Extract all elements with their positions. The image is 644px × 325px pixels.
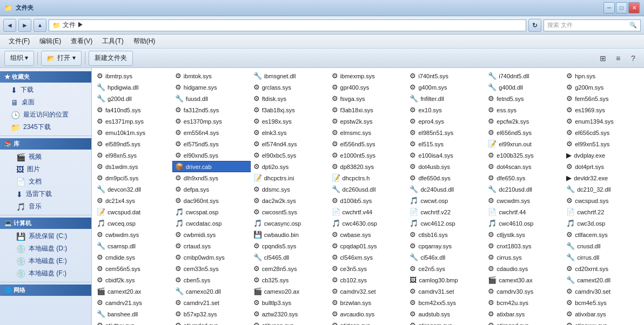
file-item[interactable]: 🎵cwceq.osp xyxy=(94,218,172,229)
file-item[interactable]: ⚙atiragem.sys xyxy=(407,320,485,325)
sidebar-item-f-drive[interactable]: 💿 本地磁盘 (F:) xyxy=(0,267,91,280)
file-item[interactable]: ⚙camdrv21.set xyxy=(172,297,251,308)
file-item[interactable]: ⚙cwbmidi.sys xyxy=(172,229,251,240)
file-item[interactable]: ⚙dac2w2k.sys xyxy=(251,195,329,206)
network-section[interactable]: 🌐 网络 xyxy=(0,285,91,296)
file-item[interactable]: 🎵cwcspat.osp xyxy=(172,206,251,218)
file-item[interactable]: ⚙el656cd5.sys xyxy=(564,127,642,138)
file-item[interactable]: ⚙audstub.sys xyxy=(407,308,485,320)
file-item[interactable]: ⚙d100ib5.sys xyxy=(329,195,407,206)
file-item[interactable]: ⚙ibmexmp.sys xyxy=(329,70,407,82)
file-item[interactable]: 🎵cwc4630.osp xyxy=(329,218,407,229)
file-item[interactable]: ⚙camdrv21.sys xyxy=(94,297,172,308)
file-item[interactable]: ⚙camdrv30.set xyxy=(564,286,642,297)
file-item[interactable]: 📝dhcpctrs.ini xyxy=(251,172,329,184)
file-item[interactable]: ⚙el574nd4.sys xyxy=(251,138,329,150)
file-item[interactable]: ⚙dot4prt.sys xyxy=(564,161,642,172)
file-item[interactable]: ⚙f3ab18xj.sys xyxy=(251,104,329,116)
open-button[interactable]: 📂 打开 ▾ xyxy=(41,51,81,66)
file-item[interactable]: 📄cwchrtf.22 xyxy=(564,206,642,218)
file-item[interactable]: ⚙dac960nt.sys xyxy=(172,195,251,206)
file-item[interactable]: 📄cwchrtf.v22 xyxy=(407,206,485,218)
file-item[interactable]: ⚙epro4.sys xyxy=(407,116,485,127)
file-item[interactable]: ⚙b57xp32.sys xyxy=(172,308,251,320)
file-item[interactable]: ⚙ce2n5.sys xyxy=(407,263,485,274)
sidebar-item-2345[interactable]: 📁 2345下载 xyxy=(0,121,91,133)
file-item[interactable]: ⚙ibmtrp.sys xyxy=(94,70,172,82)
file-item[interactable]: 🔧camext20.dll xyxy=(564,274,642,286)
file-item[interactable]: ⚙ibmtok.sys xyxy=(172,70,251,82)
file-item[interactable]: ⚙bulltlp3.sys xyxy=(251,297,329,308)
file-item[interactable]: ⚙crtaud.sys xyxy=(172,240,251,252)
file-item[interactable]: ⚙fa410nd5.sys xyxy=(94,104,172,116)
file-item[interactable]: ⚙el589nd5.sys xyxy=(94,138,172,150)
file-item[interactable]: ⚙gpr400.sys xyxy=(329,82,407,93)
file-item[interactable]: 🔧ibmsgnet.dll xyxy=(251,70,329,82)
file-item[interactable]: 📄cwchrtf.44 xyxy=(485,206,564,218)
sidebar-item-downloads[interactable]: ⬇ 下载 xyxy=(0,84,91,96)
menu-tools[interactable]: 工具(T) xyxy=(98,36,128,47)
file-item[interactable]: ⚙el99xn51.sys xyxy=(564,138,642,150)
file-item[interactable]: ⚙el515.sys xyxy=(407,138,485,150)
new-folder-button[interactable]: 新建文件夹 xyxy=(89,51,133,66)
file-item[interactable]: 🎵cwcdatac.osp xyxy=(172,218,251,229)
file-item[interactable]: ⚙cd20xrnt.sys xyxy=(564,263,642,274)
file-item[interactable]: ⚙camdrv32.set xyxy=(329,286,407,297)
file-item[interactable]: 🔧csamsp.dll xyxy=(94,240,172,252)
file-item[interactable]: ⚙ativmdcd.sys xyxy=(172,320,251,325)
sidebar-item-pictures[interactable]: 🖼 图片 xyxy=(0,163,91,175)
file-item[interactable]: ⚙camdrv30.sys xyxy=(485,286,564,297)
file-item[interactable]: ⚙dpti2o.sys xyxy=(251,161,329,172)
close-button[interactable]: ✕ xyxy=(628,2,640,13)
file-item[interactable]: ⚙ce3n5.sys xyxy=(329,263,407,274)
search-box[interactable]: 搜索 文件 🔍 xyxy=(544,19,641,31)
computer-section[interactable]: 💻 计算机 xyxy=(0,218,91,229)
sidebar-item-documents[interactable]: 📄 文档 xyxy=(0,175,91,188)
file-item[interactable]: 💾cwbaudio.bin xyxy=(251,229,329,240)
file-item[interactable]: 🔧cnusd.dll xyxy=(564,240,642,252)
file-item[interactable]: ⚙g200m.sys xyxy=(564,82,642,93)
file-item[interactable]: ⚙ex10.sys xyxy=(407,104,485,116)
file-item[interactable]: ⚙cnxt1803.sys xyxy=(485,240,564,252)
file-item[interactable]: ⚙el656nd5.sys xyxy=(485,127,564,138)
file-item[interactable]: ⚙dot4usb.sys xyxy=(407,161,485,172)
file-item[interactable]: ▶dvdplay.exe xyxy=(564,150,642,161)
sidebar-item-video[interactable]: 🎬 视频 xyxy=(0,151,91,163)
file-item[interactable]: ⚙f3ab18xi.sys xyxy=(329,104,407,116)
favorites-section[interactable]: ★ 收藏夹 xyxy=(0,71,91,83)
file-item[interactable]: 🎬camext20.ax xyxy=(94,286,172,297)
file-item[interactable]: ⚙enum1394.sys xyxy=(564,116,642,127)
view-details-button[interactable]: ≡ xyxy=(612,52,625,65)
file-item[interactable]: ⚙cmdide.sys xyxy=(94,252,172,263)
menu-edit[interactable]: 编辑(E) xyxy=(35,36,65,47)
file-item[interactable]: ⚙cpqndis5.sys xyxy=(251,240,329,252)
file-item[interactable]: ⚙cwcspud.sys xyxy=(564,195,642,206)
file-item[interactable]: 🎵cwc4612.osp xyxy=(407,218,485,229)
file-item[interactable]: ▶devldr32.exe xyxy=(564,172,642,184)
sidebar-item-c-drive[interactable]: 💾 系统保留 (C:) xyxy=(0,230,91,242)
sidebar-item-music[interactable]: 🎵 音乐 xyxy=(0,200,91,213)
file-item[interactable]: ⚙e1000nt5.sys xyxy=(329,150,407,161)
file-item[interactable]: 🔧fnfilter.dll xyxy=(407,93,485,104)
file-item[interactable]: ⚙elmsmc.sys xyxy=(329,127,407,138)
refresh-button[interactable]: ↻ xyxy=(528,19,541,32)
organize-button[interactable]: 组织 ▾ xyxy=(4,51,34,66)
file-item[interactable]: ⚙atiraged.sys xyxy=(485,320,564,325)
file-item[interactable]: ⚙ativttxx.sys xyxy=(94,320,172,325)
help-button[interactable]: ? xyxy=(627,52,640,65)
menu-help[interactable]: 帮助(H) xyxy=(129,36,160,47)
sidebar-item-recent[interactable]: 🕒 最近访问的位置 xyxy=(0,109,91,121)
back-button[interactable]: ◄ xyxy=(3,19,16,32)
file-item[interactable]: 🔧hpdigwia.dll xyxy=(94,82,172,93)
file-item[interactable]: ⚙grclass.sys xyxy=(251,82,329,93)
file-item[interactable]: ⚙cem28n5.sys xyxy=(251,263,329,274)
file-item[interactable]: ⚙elnk3.sys xyxy=(251,127,329,138)
file-item[interactable]: ⚙dfe650d.sys xyxy=(407,172,485,184)
file-item[interactable]: 🔧dc210_32.dll xyxy=(564,184,642,195)
file-item[interactable]: ⚙el985n51.sys xyxy=(407,127,485,138)
file-item[interactable]: ⚙cwbwdm.sys xyxy=(94,229,172,240)
file-item[interactable]: ⚙atipcxxx.sys xyxy=(564,320,642,325)
library-section[interactable]: 📚 库 xyxy=(0,138,91,150)
file-item[interactable]: 📝el99xrun.out xyxy=(485,138,564,150)
file-item[interactable]: ⚙ativxbar.sys xyxy=(564,308,642,320)
